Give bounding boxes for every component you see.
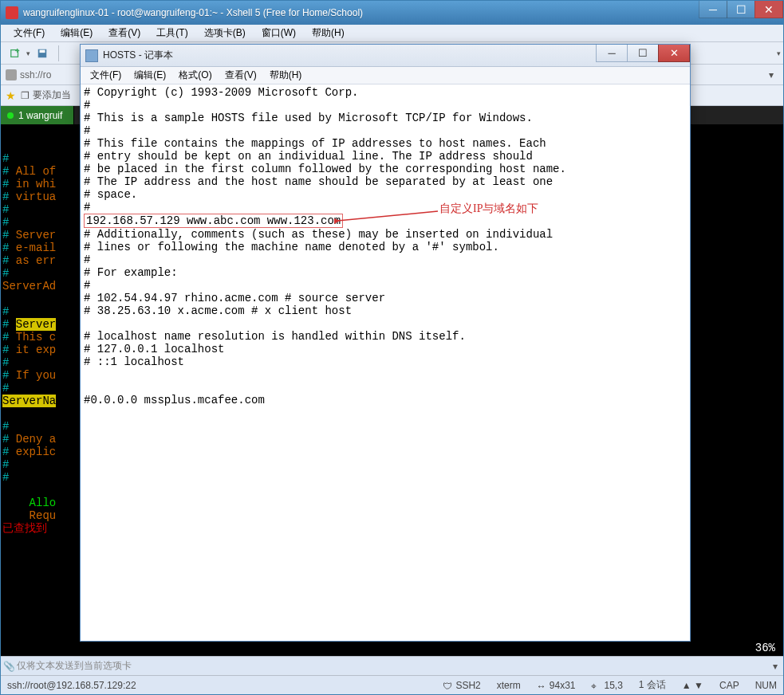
tab-label: 1 wangruif [18, 110, 62, 121]
bookmark-route-icon: ❐ [21, 90, 30, 101]
address-dropdown-icon[interactable]: ▾ [766, 69, 777, 80]
np-menu-edit[interactable]: 编辑(E) [128, 67, 172, 84]
xshell-titlebar[interactable]: wangruifenglinux-01 - root@wangruifeng-0… [1, 1, 783, 25]
np-menu-format[interactable]: 格式(O) [172, 67, 218, 84]
command-input[interactable]: 仅将文本发送到当前选项卡 [17, 659, 132, 673]
np-menu-help[interactable]: 帮助(H) [263, 67, 309, 84]
menu-file[interactable]: 文件(F) [6, 25, 53, 41]
xshell-title: wangruifenglinux-01 - root@wangruifeng-0… [23, 7, 363, 18]
new-session-icon[interactable] [6, 45, 25, 62]
pin-icon[interactable]: 📎 [1, 661, 17, 672]
notepad-close-button[interactable]: ✕ [658, 45, 690, 62]
downarrow-icon[interactable]: ▼ [694, 680, 703, 691]
address-text[interactable]: ssh://ro [20, 69, 51, 80]
cursor-icon: ⌖ [591, 681, 601, 690]
svg-line-5 [337, 211, 438, 221]
annotation-text: 自定义IP与域名如下 [439, 202, 538, 215]
status-cap: CAP [719, 680, 739, 691]
notepad-text-area[interactable]: # Copyright (c) 1993-2009 Microsoft Corp… [81, 84, 690, 641]
status-num: NUM [755, 680, 777, 691]
notepad-titlebar[interactable]: HOSTS - 记事本 ─ ☐ ✕ [81, 45, 690, 67]
svg-rect-4 [40, 49, 45, 53]
xshell-menubar: 文件(F) 编辑(E) 查看(V) 工具(T) 选项卡(B) 窗口(W) 帮助(… [1, 25, 783, 42]
scroll-percent: 36% [755, 642, 775, 654]
star-icon[interactable]: ★ [6, 89, 16, 102]
status-ssh: 🛡SSH2 [443, 680, 480, 691]
np-menu-view[interactable]: 查看(V) [219, 67, 263, 84]
notepad-title: HOSTS - 记事本 [103, 49, 173, 62]
xshell-status-bar: ssh://root@192.168.57.129:22 🛡SSH2 xterm… [1, 675, 783, 694]
status-term: xterm [497, 680, 521, 691]
hosts-custom-entry: 192.168.57.129 www.abc.com www.123.com [84, 214, 343, 228]
status-dot-icon [7, 112, 14, 119]
menu-view[interactable]: 查看(V) [100, 25, 148, 41]
xshell-command-bar: 📎 仅将文本发送到当前选项卡 ▾ [1, 656, 783, 675]
toolbar-overflow-icon[interactable]: ▾ [777, 49, 783, 57]
toolbar-separator [58, 45, 59, 61]
notepad-window[interactable]: HOSTS - 记事本 ─ ☐ ✕ 文件(F) 编辑(E) 格式(O) 查看(V… [80, 44, 691, 642]
status-session: 1 会话 [639, 678, 666, 692]
menu-window[interactable]: 窗口(W) [254, 25, 304, 41]
np-menu-file[interactable]: 文件(F) [84, 67, 128, 84]
uparrow-icon[interactable]: ▲ [682, 680, 691, 691]
dropdown-icon[interactable]: ▾ [26, 49, 33, 57]
save-session-icon[interactable] [33, 45, 52, 62]
notepad-app-icon [85, 49, 98, 62]
notepad-maximize-button[interactable]: ☐ [627, 45, 659, 62]
resize-icon: ↔ [537, 681, 546, 690]
bookmark-hint[interactable]: 要添加当 [33, 88, 71, 102]
menu-tools[interactable]: 工具(T) [148, 25, 195, 41]
status-arrows: ▲ ▼ [682, 680, 703, 691]
window-buttons: ─ ☐ ✕ [699, 1, 783, 18]
command-dropdown-icon[interactable]: ▾ [767, 661, 783, 672]
annotation-arrow-icon [334, 208, 446, 224]
status-size: ↔94x31 [537, 680, 576, 691]
shield-icon: 🛡 [443, 681, 452, 690]
menu-tab[interactable]: 选项卡(B) [196, 25, 254, 41]
xshell-app-icon [6, 6, 18, 19]
maximize-button[interactable]: ☐ [727, 1, 755, 18]
status-pos: ⌖15,3 [591, 680, 622, 691]
status-connection: ssh://root@192.168.57.129:22 [7, 680, 136, 691]
notepad-menubar: 文件(F) 编辑(E) 格式(O) 查看(V) 帮助(H) [81, 67, 690, 84]
menu-edit[interactable]: 编辑(E) [53, 25, 100, 41]
lock-icon [6, 69, 17, 80]
notepad-window-buttons: ─ ☐ ✕ [597, 45, 690, 62]
minimize-button[interactable]: ─ [699, 1, 727, 18]
menu-help[interactable]: 帮助(H) [304, 25, 353, 41]
notepad-minimize-button[interactable]: ─ [596, 45, 628, 62]
close-button[interactable]: ✕ [754, 1, 783, 18]
session-tab-1[interactable]: 1 wangruif [1, 106, 74, 124]
